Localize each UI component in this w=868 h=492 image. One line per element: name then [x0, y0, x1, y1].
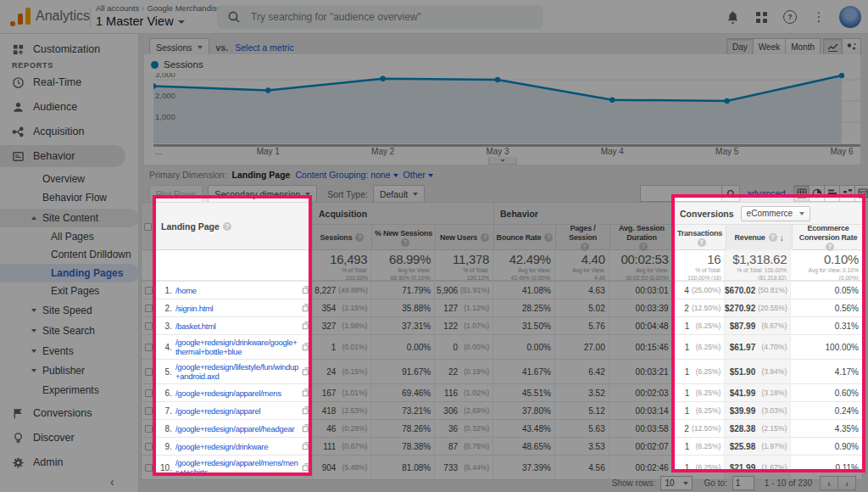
landing-page-link[interactable]: /home — [175, 286, 197, 295]
external-link-icon[interactable] — [302, 367, 310, 376]
row-checkbox[interactable] — [145, 464, 153, 472]
external-link-icon[interactable] — [302, 286, 310, 294]
sessions-line-chart[interactable]: 1,0002,0003,000...May 1May 2May 3May 4Ma… — [153, 73, 860, 161]
col-new-users[interactable]: New Users — [435, 225, 493, 250]
pivot-view-button[interactable] — [854, 185, 868, 202]
col-revenue[interactable]: Revenue — [726, 225, 792, 250]
select-all-checkbox[interactable] — [144, 223, 152, 231]
sidebar-item-site-search[interactable]: Site Search — [0, 321, 139, 340]
col-sessions[interactable]: Sessions — [312, 225, 371, 250]
sidebar-item-acquisition[interactable]: Acquisition — [0, 120, 125, 143]
sidebar-item-customization[interactable]: Customization — [0, 38, 125, 60]
sidebar-item-landing-pages[interactable]: Landing Pages — [0, 264, 139, 282]
col-transactions[interactable]: Transactions — [673, 225, 726, 250]
row-checkbox[interactable] — [145, 287, 153, 294]
sidebar-item-behavior-flow[interactable]: Behavior Flow — [0, 188, 139, 207]
external-link-icon[interactable] — [302, 406, 310, 415]
apps-grid-icon[interactable] — [753, 8, 770, 25]
table-search-button[interactable] — [721, 185, 740, 202]
external-link-icon[interactable] — [302, 343, 310, 351]
conversions-type-select[interactable]: eCommerce — [741, 206, 810, 221]
help-icon[interactable] — [639, 243, 648, 251]
row-checkbox[interactable] — [145, 407, 153, 415]
landing-page-link[interactable]: /google+redesign/drinkware — [175, 442, 268, 451]
help-icon[interactable] — [826, 243, 834, 251]
col-bounce-rate[interactable]: Bounce Rate — [493, 225, 555, 250]
line-chart-view-button[interactable] — [823, 38, 843, 55]
sidebar-item-conversions[interactable]: Conversions — [0, 402, 125, 424]
row-checkbox[interactable] — [145, 322, 153, 330]
landing-page-link[interactable]: /signin.html — [175, 304, 213, 313]
external-link-icon[interactable] — [302, 321, 310, 330]
notifications-bell-icon[interactable] — [724, 8, 741, 25]
month-button[interactable]: Month — [785, 38, 821, 55]
next-page-button[interactable] — [837, 476, 856, 490]
performance-view-button[interactable] — [824, 185, 840, 202]
sort-type-button[interactable]: Default — [373, 185, 425, 203]
sidebar-item-behavior[interactable]: Behavior — [0, 145, 125, 167]
table-search-input[interactable] — [640, 185, 721, 202]
sidebar-item-admin[interactable]: Admin — [0, 451, 125, 473]
day-button[interactable]: Day — [726, 38, 754, 55]
user-avatar[interactable] — [839, 6, 861, 28]
external-link-icon[interactable] — [302, 424, 310, 433]
help-icon[interactable] — [481, 233, 489, 242]
sidebar-collapse-icon[interactable]: ‹ — [110, 475, 114, 489]
week-button[interactable]: Week — [753, 38, 786, 55]
help-icon[interactable] — [401, 238, 409, 247]
sidebar-item-discover[interactable]: Discover — [0, 427, 125, 449]
landing-page-link[interactable]: /basket.html — [175, 321, 216, 331]
sidebar-item-experiments[interactable]: Experiments — [0, 381, 139, 400]
landing-page-link[interactable]: /google+redesign/lifestyle/fun/windup+an… — [175, 362, 299, 381]
content-grouping-link[interactable]: Content Grouping: none — [295, 170, 390, 180]
table-view-button[interactable] — [793, 185, 810, 202]
row-checkbox[interactable] — [145, 368, 153, 376]
landing-page-link[interactable]: /google+redesign/drinkware/google+therma… — [175, 338, 299, 356]
help-icon[interactable]: ? — [782, 8, 798, 25]
goto-page-input[interactable] — [732, 476, 754, 490]
help-icon[interactable] — [698, 238, 706, 247]
landing-page-link[interactable]: /google+redesign/apparel/mens/mens+t+shi… — [175, 458, 299, 477]
sidebar-item-events[interactable]: Events — [0, 342, 139, 361]
sidebar-item-publisher[interactable]: Publisher — [0, 361, 139, 380]
external-link-icon[interactable] — [302, 442, 310, 450]
external-link-icon[interactable] — [302, 389, 310, 397]
sidebar-item-site-content[interactable]: Site Content — [0, 209, 139, 227]
secondary-dimension-button[interactable]: Secondary dimension — [208, 185, 317, 203]
annotations-toggle[interactable] — [488, 157, 517, 165]
help-icon[interactable] — [769, 233, 777, 242]
global-search-input[interactable]: Try searching for "audience overview" — [217, 5, 543, 29]
more-options-icon[interactable]: ⋮ — [810, 8, 827, 25]
other-dimension-link[interactable]: Other — [403, 170, 426, 180]
view-selector[interactable]: 1 Master View — [96, 14, 236, 28]
analytics-logo-icon[interactable] — [10, 8, 31, 26]
row-checkbox[interactable] — [145, 443, 153, 450]
sidebar-item-site-speed[interactable]: Site Speed — [0, 301, 139, 320]
landing-page-link[interactable]: /google+redesign/apparel/headgear — [175, 424, 294, 433]
motion-chart-view-button[interactable] — [842, 38, 861, 55]
help-icon[interactable] — [544, 233, 553, 242]
advanced-search-link[interactable]: advanced — [747, 188, 786, 198]
col-landing-page[interactable]: Landing Page — [161, 221, 220, 232]
help-icon[interactable] — [223, 222, 231, 231]
col-new-sessions[interactable]: % New Sessions — [371, 225, 435, 250]
row-checkbox[interactable] — [145, 425, 153, 433]
breadcrumb[interactable]: All accounts›Google Merchandise St.. — [96, 3, 236, 13]
sidebar-item-real-time[interactable]: Real-Time — [0, 71, 125, 93]
plot-rows-button[interactable]: Plot Rows — [149, 185, 203, 203]
row-checkbox[interactable] — [145, 389, 153, 397]
help-icon[interactable] — [581, 243, 589, 251]
comparison-view-button[interactable] — [839, 185, 855, 202]
metric-selector[interactable]: Sessions — [149, 38, 209, 56]
select-metric-link[interactable]: Select a metric — [235, 42, 293, 53]
sidebar-item-audience[interactable]: Audience — [0, 96, 125, 118]
prev-page-button[interactable] — [820, 476, 838, 490]
external-link-icon[interactable] — [302, 463, 310, 472]
sidebar-item-overview[interactable]: Overview — [0, 170, 139, 188]
help-icon[interactable] — [355, 233, 364, 242]
sidebar-item-exit-pages[interactable]: Exit Pages — [0, 282, 139, 300]
percentage-view-button[interactable] — [809, 185, 825, 202]
col-session-duration[interactable]: Avg. Session Duration — [609, 225, 673, 250]
row-checkbox[interactable] — [145, 344, 153, 351]
show-rows-select[interactable]: 10 — [660, 476, 692, 490]
